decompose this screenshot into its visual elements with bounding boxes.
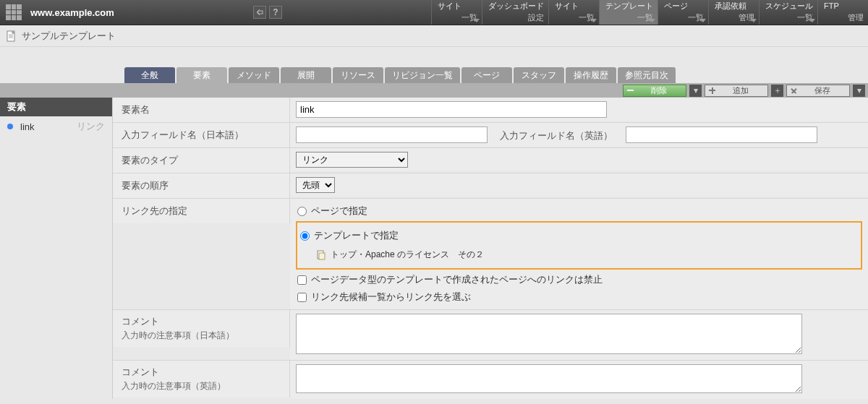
tab-general[interactable]: 全般 bbox=[124, 67, 175, 83]
row-element-order: 要素の順序 先頭 bbox=[113, 173, 868, 199]
tab-row: 全般 要素 メソッド 展開 リソース リビジョン一覧 ページ スタッフ 操作履歴… bbox=[0, 67, 868, 83]
sidebar-item-type: リンク bbox=[77, 120, 105, 133]
chevron-down-icon bbox=[650, 19, 655, 22]
save-button[interactable]: 保存 bbox=[786, 85, 850, 97]
domain-label: www.example.com bbox=[27, 7, 117, 18]
label-link-target: リンク先の指定 bbox=[113, 199, 290, 223]
highlight-box: テンプレートで指定 トップ・Apache のライセンス その２ bbox=[296, 221, 862, 270]
label-element-type: 要素のタイプ bbox=[113, 148, 290, 173]
topbar: www.example.com ? サイト一覧 ダッシュボード設定 サイト一覧 … bbox=[0, 0, 868, 25]
element-name-input[interactable] bbox=[296, 101, 607, 118]
topbar-left: www.example.com bbox=[0, 0, 123, 25]
template-link-name: トップ・Apache のライセンス その２ bbox=[331, 249, 484, 261]
sidebar: 要素 link リンク bbox=[0, 98, 112, 399]
radio-by-page[interactable] bbox=[297, 207, 307, 216]
nav-page[interactable]: ページ一覧 bbox=[658, 0, 708, 25]
checkbox-from-candidates[interactable] bbox=[297, 293, 307, 302]
content: 要素名 入力フィールド名（日本語） 入力フィールド名（英語） 要素のタイプ リン… bbox=[112, 98, 868, 399]
svg-rect-0 bbox=[258, 11, 263, 14]
topbar-menus: サイト一覧 ダッシュボード設定 サイト一覧 テンプレート一覧 ページ一覧 承認依… bbox=[431, 0, 868, 25]
save-menu-icon[interactable]: ▾ bbox=[853, 85, 865, 97]
radio-by-template-label: テンプレートで指定 bbox=[314, 229, 399, 242]
row-link-target: リンク先の指定 ページで指定 テンプレートで指定 トップ・Apache のライセ… bbox=[113, 199, 868, 310]
main: 要素 link リンク 要素名 入力フィールド名（日本語） 入力フィールド名（英… bbox=[0, 98, 868, 399]
add-button[interactable]: 追加 bbox=[705, 85, 768, 97]
tab-element[interactable]: 要素 bbox=[176, 67, 227, 83]
plus-icon bbox=[708, 87, 716, 95]
add-extra-icon[interactable]: ＋ bbox=[771, 85, 783, 97]
nav-approval[interactable]: 承認依頼管理 bbox=[708, 0, 759, 25]
chevron-down-icon bbox=[700, 19, 706, 22]
label-element-name: 要素名 bbox=[113, 98, 290, 122]
chevron-down-icon bbox=[591, 19, 597, 22]
app-logo-icon[interactable] bbox=[6, 4, 22, 20]
checkbox-deny-pagedata-label: ページデータ型のテンプレートで作成されたページへのリンクは禁止 bbox=[311, 273, 603, 286]
nav-template[interactable]: テンプレート一覧 bbox=[599, 0, 658, 25]
row-comment-jp: コメント 入力時の注意事項（日本語） bbox=[113, 310, 868, 361]
action-bar: 削除 ▾ 追加 ＋ 保存 ▾ bbox=[0, 83, 868, 98]
tab-history[interactable]: 操作履歴 bbox=[566, 67, 616, 83]
row-field-names: 入力フィールド名（日本語） 入力フィールド名（英語） bbox=[113, 123, 868, 148]
nav-schedule[interactable]: スケジュール一覧 bbox=[759, 0, 817, 25]
tab-revision[interactable]: リビジョン一覧 bbox=[385, 67, 460, 83]
dot-icon bbox=[7, 124, 13, 129]
page-link-icon bbox=[316, 250, 326, 260]
tab-staff[interactable]: スタッフ bbox=[514, 67, 564, 83]
comment-jp-textarea[interactable] bbox=[296, 314, 802, 354]
nav-site-admin[interactable]: サイト一覧 bbox=[548, 0, 599, 25]
sidebar-item-link[interactable]: link リンク bbox=[0, 116, 112, 137]
svg-rect-6 bbox=[319, 253, 325, 259]
label-comment-en: コメント 入力時の注意事項（英語） bbox=[113, 361, 290, 397]
page-title: サンプルテンプレート bbox=[22, 30, 116, 43]
label-element-order: 要素の順序 bbox=[113, 173, 290, 198]
label-comment-jp: コメント 入力時の注意事項（日本語） bbox=[113, 310, 290, 347]
radio-by-template[interactable] bbox=[300, 231, 310, 241]
topbar-tools: ? bbox=[123, 0, 431, 25]
field-en-input[interactable] bbox=[626, 126, 817, 143]
field-jp-input[interactable] bbox=[296, 126, 488, 143]
tab-expand[interactable]: 展開 bbox=[281, 67, 331, 83]
tab-method[interactable]: メソッド bbox=[229, 67, 279, 83]
check-line-deny-pagedata: ページデータ型のテンプレートで作成されたページへのリンクは禁止 bbox=[296, 271, 862, 288]
element-order-select[interactable]: 先頭 bbox=[296, 177, 335, 193]
radio-line-page: ページで指定 bbox=[296, 202, 862, 220]
comment-en-textarea[interactable] bbox=[296, 364, 802, 393]
label-field-en: 入力フィールド名（英語） bbox=[500, 129, 613, 142]
radio-line-template: テンプレートで指定 bbox=[299, 227, 854, 244]
chevron-down-icon bbox=[474, 19, 480, 22]
chevron-down-icon bbox=[751, 19, 757, 22]
minus-icon bbox=[626, 87, 634, 95]
delete-menu-icon[interactable]: ▾ bbox=[689, 85, 702, 97]
tab-ref-toc[interactable]: 参照元目次 bbox=[618, 67, 676, 83]
row-element-type: 要素のタイプ リンク bbox=[113, 148, 868, 173]
row-element-name: 要素名 bbox=[113, 98, 868, 123]
template-icon bbox=[6, 30, 17, 42]
tab-resource[interactable]: リソース bbox=[333, 67, 383, 83]
element-type-select[interactable]: リンク bbox=[296, 152, 408, 168]
sidebar-heading: 要素 bbox=[0, 98, 112, 116]
save-icon bbox=[788, 85, 800, 96]
nav-ftp[interactable]: FTP管理 bbox=[817, 0, 868, 25]
toolbar-refresh-icon[interactable] bbox=[253, 6, 266, 19]
breadcrumb: サンプルテンプレート bbox=[0, 25, 868, 47]
template-link-target[interactable]: トップ・Apache のライセンス その２ bbox=[316, 249, 854, 261]
tab-page[interactable]: ページ bbox=[461, 67, 512, 83]
nav-dashboard[interactable]: ダッシュボード設定 bbox=[482, 0, 548, 25]
label-field-jp: 入力フィールド名（日本語） bbox=[113, 123, 290, 147]
check-line-from-candidates: リンク先候補一覧からリンク先を選ぶ bbox=[296, 288, 862, 306]
checkbox-deny-pagedata[interactable] bbox=[297, 275, 307, 285]
row-comment-en: コメント 入力時の注意事項（英語） bbox=[113, 361, 868, 399]
delete-button[interactable]: 削除 bbox=[623, 85, 686, 97]
toolbar-help-icon[interactable]: ? bbox=[269, 6, 282, 19]
checkbox-from-candidates-label: リンク先候補一覧からリンク先を選ぶ bbox=[311, 291, 471, 304]
chevron-down-icon bbox=[809, 19, 815, 22]
radio-by-page-label: ページで指定 bbox=[311, 205, 367, 218]
nav-site-list[interactable]: サイト一覧 bbox=[431, 0, 482, 25]
sidebar-item-name: link bbox=[20, 121, 35, 132]
